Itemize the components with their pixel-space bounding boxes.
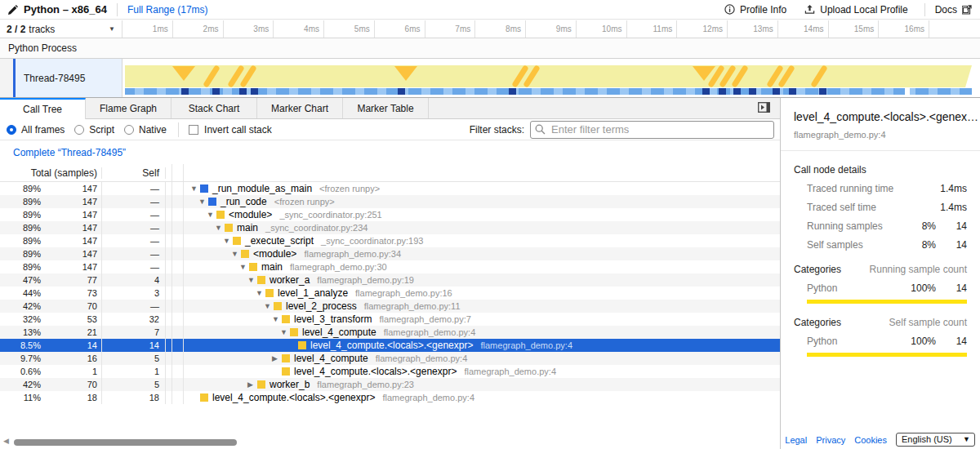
function-name: level_2_process [286,300,357,313]
call-tree-row[interactable]: 42%705▶worker_bflamegraph_demo.py:23 [0,378,780,391]
self-samples: — [102,247,166,260]
tab-call-tree[interactable]: Call Tree [0,98,86,119]
tracks-dropdown[interactable]: 2 / 2 tracks ▼ [0,20,122,38]
footer-links: X LegalPrivacyCookies English (US) ▼ [780,433,975,447]
profile-info-button[interactable]: Profile Info [724,4,786,16]
call-tree-row[interactable]: 44%733▼level_1_analyzeflamegraph_demo.py… [0,287,780,300]
full-range-link[interactable]: Full Range (17ms) [127,4,208,16]
horizontal-scrollbar-thumb[interactable] [14,439,237,446]
thread-track-canvas[interactable] [122,59,980,97]
function-name: worker_b [270,378,310,391]
category-bar [807,353,967,357]
call-tree-row[interactable]: 8.5%1414level_4_compute.<locals>.<genexp… [0,339,780,352]
tab-marker-chart[interactable]: Marker Chart [257,98,343,118]
radio-icon [74,125,84,135]
tab-flame-graph[interactable]: Flame Graph [86,98,172,118]
call-tree-rows: 89%147—▼_run_module_as_main<frozen runpy… [0,182,780,404]
self-samples: 1 [102,365,166,378]
call-tree-row[interactable]: 9.7%165▶level_4_computeflamegraph_demo.p… [0,352,780,365]
function-name: level_4_compute.<locals>.<genexpr> [294,365,457,378]
source-location: flamegraph_demo.py:4 [384,326,476,339]
process-track-header[interactable]: Python Process [0,38,980,59]
category-section: CategoriesRunning sample countPython100%… [794,264,967,304]
radio-native[interactable]: Native [124,124,167,136]
ruler-tick: 5ms [324,20,375,38]
categories-heading: Categories [794,317,841,328]
self-samples: 7 [102,326,166,339]
expand-twisty-icon[interactable]: ▼ [264,300,274,313]
category-icon [241,250,249,258]
call-tree-row[interactable]: 89%147—▼<module>flamegraph_demo.py:34 [0,247,780,260]
call-tree-row[interactable]: 42%70—▼level_2_processflamegraph_demo.py… [0,300,780,313]
filter-stacks-input[interactable] [530,121,774,139]
footer-link-legal[interactable]: Legal [785,435,807,445]
call-tree-row[interactable]: 89%147—▼_run_module_as_main<frozen runpy… [0,182,780,195]
call-tree-row[interactable]: 89%147—▼_execute_script_sync_coordinator… [0,234,780,247]
expand-twisty-icon[interactable]: ▼ [280,326,290,339]
filter-stacks-label: Filter stacks: [470,124,524,136]
invert-call-stack-checkbox[interactable]: Invert call stack [189,124,272,136]
category-section: CategoriesSelf sample countPython100%14 [794,317,967,357]
timeline-ruler[interactable]: 1ms2ms3ms4ms5ms6ms7ms8ms9ms10ms11ms12ms1… [122,20,980,38]
footer-link-cookies[interactable]: Cookies [854,435,887,445]
total-samples: 147 [41,247,101,260]
thread-track-label[interactable]: Thread-78495 [16,59,122,97]
total-samples: 73 [41,287,101,300]
docs-link[interactable]: Docs [935,4,972,16]
call-tree-row[interactable]: 89%147—▼mainflamegraph_demo.py:30 [0,260,780,273]
source-location: flamegraph_demo.py:4 [382,391,474,404]
top-header: Python – x86_64 Full Range (17ms) Profil… [0,0,980,20]
call-tree-row[interactable]: 13%217▼level_4_computeflamegraph_demo.py… [0,326,780,339]
sidebar-categories: CategoriesRunning sample countPython100%… [781,264,980,357]
total-percent: 8.5% [0,339,41,352]
call-tree-row[interactable]: 89%147—▼<module>_sync_coordinator.py:251 [0,208,780,221]
category-row: Python100%14 [807,336,967,347]
radio-script[interactable]: Script [74,124,114,136]
tracks-word: tracks [29,24,55,35]
tab-stack-chart[interactable]: Stack Chart [172,98,257,118]
selected-node-file: flamegraph_demo.py:4 [794,130,980,140]
total-percent: 44% [0,287,41,300]
expand-twisty-icon[interactable]: ▼ [272,313,282,326]
call-tree-row[interactable]: 89%147—▼_run_code<frozen runpy> [0,195,780,208]
detail-label: Running samples [807,220,895,232]
tab-marker-table[interactable]: Marker Table [343,98,429,118]
expand-twisty-icon[interactable]: ▼ [198,195,208,208]
call-tree-row[interactable]: 32%5332▼level_3_transformflamegraph_demo… [0,313,780,326]
edit-profile-name-button[interactable]: Python – x86_64 [8,3,107,16]
language-select[interactable]: English (US) ▼ [896,433,975,447]
expand-twisty-icon[interactable]: ▶ [247,378,257,391]
radio-all-frames[interactable]: All frames [7,124,65,136]
self-samples: 32 [102,313,166,326]
call-tree-row[interactable]: 47%774▼worker_aflamegraph_demo.py:19 [0,273,780,287]
expand-twisty-icon[interactable]: ▼ [231,247,241,260]
expand-twisty-icon[interactable]: ▶ [272,352,282,365]
expand-twisty-icon[interactable]: ▼ [207,208,216,221]
category-icon [200,393,208,402]
call-tree-row[interactable]: 0.6%11level_4_compute.<locals>.<genexpr>… [0,365,780,378]
footer-link-privacy[interactable]: Privacy [816,435,845,445]
total-percent: 89% [0,208,41,221]
call-tree-row[interactable]: 11%1818level_4_compute.<locals>.<genexpr… [0,391,780,404]
complete-thread-link[interactable]: Complete “Thread-78495” [0,140,126,164]
expand-twisty-icon[interactable]: ▼ [239,260,249,273]
expand-twisty-icon[interactable]: ▼ [247,273,257,287]
self-samples: 14 [102,339,166,352]
total-samples: 147 [41,260,101,273]
expand-twisty-icon[interactable]: ▼ [223,234,233,247]
expand-twisty-icon[interactable]: ▼ [190,182,200,195]
total-percent: 89% [0,234,41,247]
info-icon [724,4,735,15]
sidebar-toggle-button[interactable] [758,102,770,115]
call-node-details-heading: Call node details [794,164,866,176]
expand-twisty-icon[interactable]: ▼ [256,287,265,300]
scroll-left-arrow[interactable]: ◀ [3,438,9,445]
upload-profile-button[interactable]: Upload Local Profile [804,4,907,16]
function-name: main [237,221,258,234]
call-tree-row[interactable]: 89%147—▼main_sync_coordinator.py:234 [0,221,780,234]
detail-percent: 8% [895,239,936,251]
total-percent: 42% [0,300,41,313]
detail-label: Traced self time [807,202,895,213]
expand-twisty-icon[interactable]: ▼ [215,221,225,234]
self-samples: 4 [102,273,166,287]
